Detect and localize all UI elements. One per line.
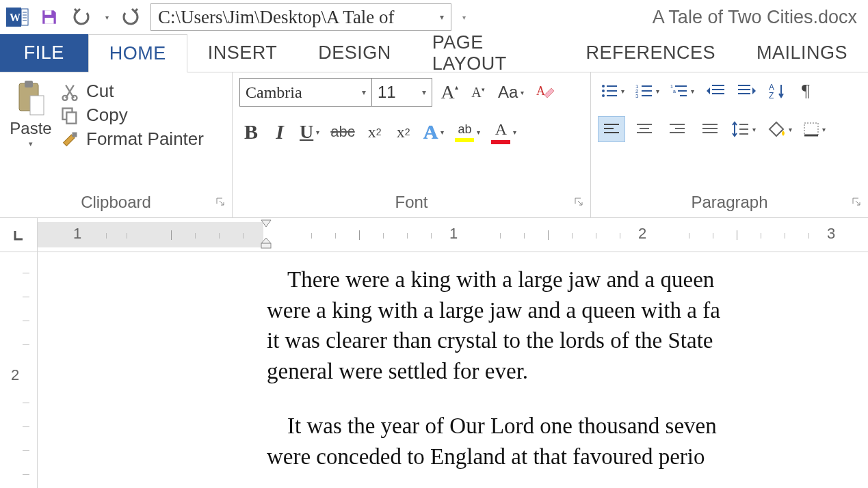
tab-mailings[interactable]: MAILINGS	[736, 34, 868, 72]
tab-home[interactable]: HOME	[88, 34, 187, 72]
save-button[interactable]	[36, 3, 63, 31]
show-marks-button[interactable]: ¶	[794, 78, 817, 104]
tab-design[interactable]: DESIGN	[298, 34, 412, 72]
subscript-button[interactable]: x2	[363, 119, 386, 145]
hanging-indent-marker[interactable]	[261, 237, 272, 252]
font-color-swatch	[491, 140, 510, 144]
svg-text:a: a	[673, 89, 676, 94]
eraser-icon: A	[535, 83, 554, 102]
highlight-button[interactable]: ab	[452, 119, 483, 145]
word-app-icon: W	[5, 5, 30, 29]
document-title: A Tale of Two Cities.docx	[653, 7, 863, 28]
copy-label: Copy	[86, 105, 128, 126]
change-case-button[interactable]: Aa	[495, 79, 527, 105]
tab-selector[interactable]	[0, 218, 38, 252]
svg-point-13	[73, 95, 77, 100]
sort-button[interactable]: AZ	[765, 78, 789, 104]
paste-button[interactable]: Paste ▾	[10, 78, 51, 148]
redo-button[interactable]	[118, 3, 145, 31]
justify-button[interactable]	[696, 116, 724, 142]
group-clipboard: Paste ▾ Cut Copy Format Painter	[0, 72, 233, 217]
format-painter-button[interactable]: Format Painter	[60, 128, 204, 150]
superscript-button[interactable]: x2	[392, 119, 415, 145]
svg-text:1: 1	[670, 84, 673, 89]
quick-access-toolbar: ▾	[36, 3, 145, 31]
text-line: It was the year of Our Lord one thousand…	[267, 411, 868, 442]
bullets-button[interactable]	[598, 78, 627, 104]
borders-icon	[803, 122, 819, 137]
tab-file[interactable]: FILE	[0, 34, 88, 72]
group-font: Cambria ▾ 11 ▾ A▴ A▾ Aa A B I U	[233, 72, 591, 217]
sort-icon: AZ	[769, 82, 785, 100]
borders-button[interactable]	[800, 116, 828, 142]
italic-button[interactable]: I	[268, 119, 291, 145]
group-paragraph: 123 1a AZ ¶	[591, 72, 868, 217]
ribbon-tabs: FILE HOME INSERT DESIGN PAGE LAYOUT REFE…	[0, 34, 868, 72]
ribbon: Paste ▾ Cut Copy Format Painter	[0, 72, 868, 218]
underline-button[interactable]: U	[297, 119, 322, 145]
title-bar: W ▾ C:\Users\Jim\Desktop\A Tale of ▾ ▾ A…	[0, 0, 868, 34]
cut-button[interactable]: Cut	[60, 81, 204, 102]
numbering-icon: 123	[635, 83, 653, 98]
numbering-button[interactable]: 123	[633, 78, 662, 104]
line-spacing-button[interactable]	[729, 116, 759, 142]
tab-references[interactable]: REFERENCES	[565, 34, 736, 72]
paste-label: Paste	[10, 119, 51, 138]
paragraph-1: There were a king with a large jaw and a…	[38, 265, 868, 386]
horizontal-ruler[interactable]: 1 1 2 3	[38, 218, 868, 252]
tab-insert[interactable]: INSERT	[187, 34, 298, 72]
align-right-icon	[668, 122, 686, 136]
increase-indent-button[interactable]	[734, 78, 760, 104]
svg-point-18	[602, 85, 605, 87]
file-path-text: C:\Users\Jim\Desktop\A Tale of	[158, 7, 395, 28]
paragraph-launcher-icon[interactable]	[852, 191, 861, 211]
shading-button[interactable]	[764, 116, 795, 142]
group-label-clipboard: Clipboard	[81, 193, 151, 212]
chevron-down-icon: ▾	[422, 87, 426, 97]
text-line: were conceded to England at that favoure…	[267, 442, 868, 472]
vertical-ruler[interactable]: 2	[0, 252, 38, 488]
file-path-box[interactable]: C:\Users\Jim\Desktop\A Tale of ▾	[150, 3, 451, 31]
shrink-font-button[interactable]: A▾	[466, 79, 490, 105]
font-launcher-icon[interactable]	[574, 191, 583, 211]
undo-dropdown[interactable]: ▾	[101, 3, 112, 31]
align-right-button[interactable]	[663, 116, 691, 142]
svg-text:A: A	[536, 84, 545, 98]
grow-font-button[interactable]: A▴	[438, 79, 461, 105]
decrease-indent-button[interactable]	[702, 78, 728, 104]
text-line: were a king with a large jaw and a queen…	[267, 295, 868, 326]
strikethrough-button[interactable]: abc	[328, 119, 357, 145]
align-center-button[interactable]	[631, 116, 658, 142]
font-name-value: Cambria	[246, 83, 302, 102]
copy-button[interactable]: Copy	[60, 105, 204, 126]
clear-formatting-button[interactable]: A	[532, 79, 557, 105]
group-label-paragraph: Paragraph	[691, 193, 767, 212]
bold-button[interactable]: B	[239, 119, 263, 145]
align-left-button[interactable]	[598, 116, 625, 142]
clipboard-launcher-icon[interactable]	[215, 191, 225, 211]
text-line: There were a king with a large jaw and a…	[267, 265, 868, 295]
font-name-combo[interactable]: Cambria ▾	[239, 78, 372, 107]
undo-button[interactable]	[68, 3, 96, 31]
ruler-left-margin	[38, 222, 263, 247]
tab-page-layout[interactable]: PAGE LAYOUT	[412, 34, 566, 72]
svg-rect-8	[45, 18, 54, 24]
svg-rect-15	[66, 112, 76, 123]
highlight-swatch	[455, 138, 474, 142]
svg-point-22	[602, 94, 605, 97]
svg-rect-7	[45, 10, 52, 15]
scissors-icon	[60, 82, 79, 101]
multilevel-list-button[interactable]: 1a	[668, 78, 697, 104]
svg-point-12	[63, 95, 68, 100]
first-line-indent-marker[interactable]	[261, 218, 272, 230]
text-line: it was clearer than crystal to the lords…	[267, 325, 868, 356]
font-size-combo[interactable]: 11 ▾	[372, 78, 432, 107]
font-color-button[interactable]: A	[488, 119, 519, 145]
svg-text:Z: Z	[769, 91, 774, 100]
text-effects-button[interactable]: A	[421, 119, 447, 145]
format-painter-label: Format Painter	[86, 128, 204, 150]
chevron-down-icon: ▾	[440, 12, 444, 23]
document-area[interactable]: There were a king with a large jaw and a…	[38, 252, 868, 488]
paint-bucket-icon	[767, 121, 786, 137]
path-dropdown-button[interactable]: ▾	[456, 3, 472, 31]
